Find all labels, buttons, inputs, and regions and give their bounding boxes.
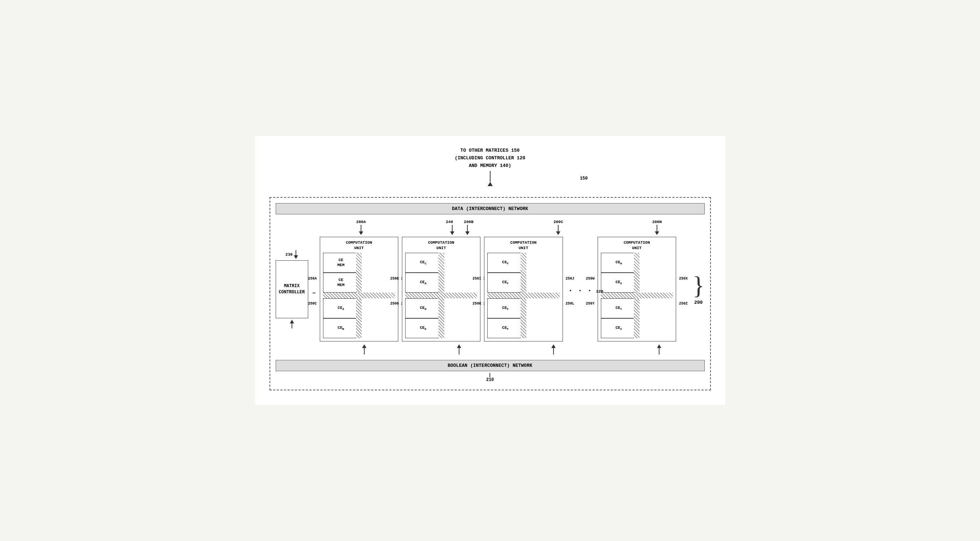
computation-unit-n: COMPUTATION UNIT CEW CEX — [598, 237, 676, 342]
ref-150: 150 — [580, 176, 588, 181]
ref-230: 230 — [285, 252, 293, 257]
ref-200n: 200N — [652, 220, 662, 224]
ref-200b: 200B — [464, 220, 473, 224]
ce-cell-cu2-tl: CEC — [405, 253, 441, 273]
ce-cell-cu1-br: CEB — [323, 318, 359, 338]
ce-cell-cu1-tr: CE MEM — [323, 273, 359, 293]
ref-200c: 200C — [554, 220, 563, 224]
cu4-title: COMPUTATION UNIT — [601, 240, 673, 251]
ce-cell-cu2-bl: CED — [405, 298, 441, 318]
ref-250a: 250A — [308, 277, 317, 281]
ref-240: 240 — [446, 220, 453, 224]
ce-cell-cu3-bl: CEF — [487, 298, 523, 318]
ce-cell-cu2-br: CEE — [405, 318, 441, 338]
ref-250j: 250J — [566, 277, 574, 281]
main-box: DATA (INTERCONNECT) NETWORK 200A 240 200… — [269, 197, 711, 390]
computation-unit-1: COMPUTATION UNIT CE MEM CE MEM — [320, 237, 398, 342]
ref-210: 210 — [486, 377, 494, 382]
ref-250c: 250C — [308, 302, 317, 306]
computation-unit-3: COMPUTATION UNIT CEF CEF — [484, 237, 563, 342]
ref-200a: 200A — [356, 220, 366, 224]
cu3-title: COMPUTATION UNIT — [487, 240, 559, 251]
ce-cell-cu4-tr: CEX — [601, 273, 637, 293]
ref-250g: 250G — [390, 302, 399, 306]
ce-cell-cu3-tr: CEF — [487, 273, 523, 293]
ref-250y: 250Y — [586, 302, 595, 306]
ce-cell-cu2-tr: CEA — [405, 273, 441, 293]
ce-cell-cu3-br: CEF — [487, 318, 523, 338]
page-wrapper: TO OTHER MATRICES 150 (INCLUDING CONTROL… — [255, 136, 725, 405]
arrow-up-top — [490, 171, 490, 182]
ref-200: 200 — [694, 300, 703, 305]
ref-250w: 250W — [586, 277, 595, 281]
ref-250z: 250Z — [679, 302, 688, 306]
ref-250l: 250L — [566, 302, 574, 306]
ref-250k: 250K — [473, 302, 481, 306]
brace-200: } 200 — [692, 273, 705, 305]
dots-separator: . . . — [566, 285, 594, 294]
ref-250e: 250E — [390, 277, 399, 281]
ce-cell-cu4-tl: CEW — [601, 253, 637, 273]
boolean-network-bar: BOOLEAN (INTERCONNECT) NETWORK — [276, 360, 705, 371]
top-label: TO OTHER MATRICES 150 (INCLUDING CONTROL… — [269, 147, 711, 169]
ce-cell-cu1-tl: CE MEM — [323, 253, 359, 273]
matrix-controller: MATRIX CONTROLLER — [276, 260, 308, 318]
ce-cell-cu4-bl: CEY — [601, 298, 637, 318]
computation-unit-2: COMPUTATION UNIT CEC CEA — [402, 237, 480, 342]
cu1-title: COMPUTATION UNIT — [323, 240, 395, 251]
cu2-title: COMPUTATION UNIT — [405, 240, 477, 251]
ref-250x: 250X — [679, 277, 688, 281]
ref-250i: 250I — [473, 277, 481, 281]
ce-cell-cu1-bl: CEA — [323, 298, 359, 318]
ref-220: 220 — [596, 289, 603, 294]
ce-cell-cu3-tl: CEF — [487, 253, 523, 273]
data-network-bar: DATA (INTERCONNECT) NETWORK — [276, 203, 705, 214]
ce-cell-cu4-br: CEZ — [601, 318, 637, 338]
